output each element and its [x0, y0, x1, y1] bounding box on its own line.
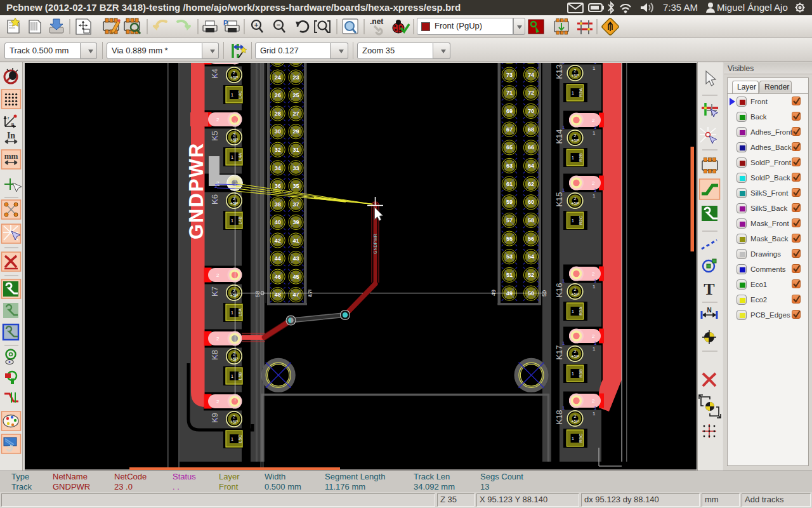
svg-text:+5P: +5P	[230, 293, 239, 298]
svg-text:1: 1	[214, 290, 218, 296]
svg-text:L4A: L4A	[238, 152, 242, 161]
svg-text:43: 43	[292, 255, 299, 262]
svg-text:GNDPWR: GNDPWR	[373, 234, 377, 254]
svg-text:2: 2	[216, 399, 219, 404]
svg-text:1: 1	[572, 91, 574, 95]
svg-text:58: 58	[254, 291, 261, 297]
svg-text:+5P: +5P	[230, 201, 239, 206]
svg-text:44: 44	[275, 255, 281, 262]
svg-text:31: 31	[292, 147, 299, 153]
svg-text:50: 50	[541, 290, 547, 297]
svg-text:69: 69	[506, 108, 513, 114]
svg-text:2: 2	[216, 336, 219, 342]
svg-text:+: +	[254, 21, 258, 29]
svg-text:51: 51	[506, 272, 513, 278]
svg-text:53: 53	[506, 253, 513, 260]
svg-text:1: 1	[214, 198, 218, 204]
svg-text:1: 1	[231, 311, 233, 315]
svg-text:1: 1	[562, 63, 565, 65]
svg-text:60: 60	[528, 199, 534, 205]
svg-text:45: 45	[292, 274, 299, 280]
svg-text:57: 57	[506, 217, 513, 224]
svg-text:2: 2	[216, 117, 219, 123]
svg-text:72: 72	[528, 90, 534, 96]
svg-text:+5P: +5P	[230, 420, 239, 424]
svg-text:r: r	[8, 115, 10, 121]
svg-text:71: 71	[506, 90, 513, 96]
svg-text:L4C: L4C	[238, 91, 242, 99]
svg-text:+5P: +5P	[230, 76, 239, 80]
svg-text:38: 38	[275, 201, 281, 208]
svg-text:56: 56	[528, 236, 534, 242]
svg-text:1: 1	[562, 187, 565, 193]
svg-text:K15: K15	[554, 192, 564, 206]
svg-text:2: 2	[592, 117, 595, 123]
svg-text:37: 37	[292, 201, 299, 208]
svg-text:1: 1	[214, 135, 218, 140]
svg-text:1: 1	[593, 346, 596, 352]
svg-text:1: 1	[594, 124, 597, 130]
svg-text:26: 26	[275, 92, 281, 98]
svg-text:46: 46	[275, 274, 281, 280]
svg-text:L5C: L5C	[238, 435, 242, 443]
svg-text:33: 33	[292, 165, 299, 171]
svg-text:42: 42	[275, 237, 281, 244]
svg-text:1: 1	[562, 340, 565, 346]
svg-text:1: 1	[593, 411, 596, 417]
svg-text:74: 74	[528, 72, 534, 78]
svg-text:1: 1	[593, 130, 596, 136]
svg-text:2: 2	[592, 180, 595, 186]
svg-text:+5P: +5P	[571, 201, 579, 206]
svg-text:+5P: +5P	[571, 292, 579, 297]
svg-text:R2A: R2A	[579, 88, 583, 97]
svg-text:2: 2	[574, 196, 577, 201]
svg-text:2: 2	[233, 415, 235, 419]
svg-text:68: 68	[528, 126, 534, 133]
svg-text:2: 2	[233, 70, 235, 75]
svg-text:+5P: +5P	[230, 357, 239, 361]
svg-text:29: 29	[292, 128, 299, 135]
svg-text:1: 1	[593, 193, 596, 199]
svg-text:1: 1	[593, 65, 596, 71]
svg-text:P: P	[223, 19, 228, 27]
svg-text:K13: K13	[554, 64, 564, 79]
svg-text:2: 2	[574, 287, 577, 291]
svg-text:54: 54	[528, 253, 534, 260]
svg-text:58: 58	[528, 217, 534, 224]
svg-text:63: 63	[506, 163, 513, 169]
svg-text:2: 2	[216, 272, 219, 278]
svg-text:32: 32	[275, 147, 281, 153]
svg-text:N: N	[707, 307, 711, 314]
svg-text:35: 35	[292, 183, 299, 189]
svg-text:73: 73	[506, 72, 513, 78]
svg-text:1: 1	[594, 187, 597, 193]
svg-text:36: 36	[275, 183, 281, 189]
svg-text:R3B: R3B	[579, 369, 583, 378]
svg-text:52: 52	[528, 272, 534, 278]
svg-text:L5A: L5A	[238, 308, 242, 316]
svg-text:1: 1	[214, 417, 218, 422]
svg-text:47: 47	[307, 291, 313, 297]
svg-text:L4B: L4B	[238, 216, 242, 224]
svg-text:2: 2	[592, 398, 595, 404]
svg-text:+5P: +5P	[571, 354, 579, 359]
svg-text:1: 1	[572, 371, 574, 376]
svg-text:65: 65	[506, 144, 513, 150]
svg-text:34: 34	[275, 165, 281, 171]
svg-text:+5P: +5P	[571, 138, 579, 143]
svg-text:1: 1	[572, 436, 574, 441]
svg-text:2: 2	[592, 333, 595, 339]
svg-text:1: 1	[214, 72, 218, 78]
svg-text:70: 70	[528, 108, 534, 114]
svg-text:R3C: R3C	[579, 434, 583, 443]
svg-text:φ: φ	[11, 121, 14, 127]
svg-text:66: 66	[528, 144, 534, 150]
svg-text:67: 67	[506, 126, 513, 133]
svg-text:27: 27	[292, 110, 299, 117]
svg-text:1: 1	[572, 309, 574, 314]
svg-text:62: 62	[528, 181, 534, 187]
svg-text:1: 1	[562, 405, 565, 411]
svg-text:R3A: R3A	[579, 307, 583, 316]
svg-text:K18: K18	[554, 410, 564, 424]
svg-text:L5B: L5B	[238, 371, 242, 380]
